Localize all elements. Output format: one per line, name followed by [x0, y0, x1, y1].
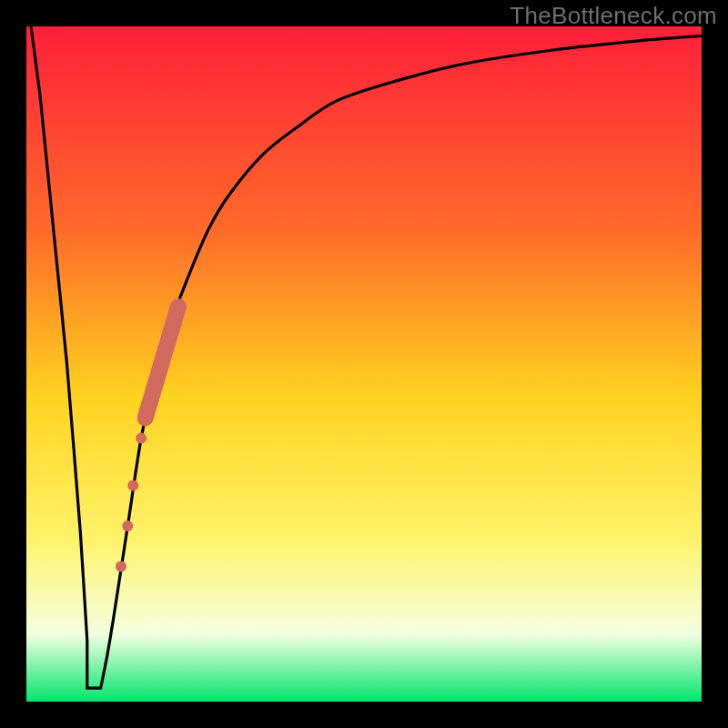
highlight-dot — [122, 521, 133, 531]
highlight-dot — [127, 480, 138, 491]
highlight-dot — [116, 561, 126, 572]
plot-area — [26, 26, 702, 702]
gradient-background — [26, 26, 702, 702]
highlight-dot — [136, 433, 147, 444]
chart-frame: TheBottleneck.com — [0, 0, 728, 728]
chart-svg — [26, 26, 702, 702]
